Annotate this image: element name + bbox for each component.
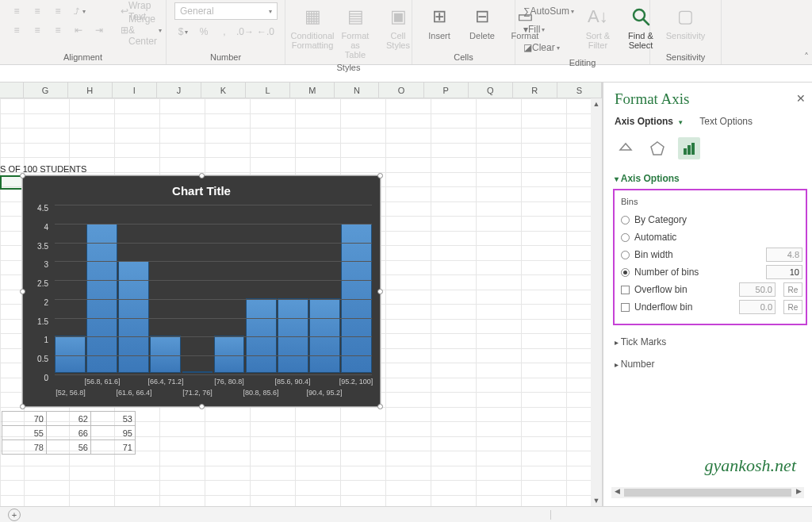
underflow-reset[interactable]: Re <box>783 300 802 314</box>
align-center[interactable]: ≡ <box>29 21 46 39</box>
col-header[interactable]: I <box>113 83 157 98</box>
collapse-ribbon-icon[interactable]: ˄ <box>804 52 809 63</box>
scroll-left-icon[interactable]: ◀ <box>611 487 622 498</box>
histogram-bar[interactable] <box>182 371 213 373</box>
chart-handle[interactable] <box>20 289 25 294</box>
col-header[interactable]: K <box>201 83 246 98</box>
number-of-bins-value[interactable]: 10 <box>766 265 802 279</box>
cell[interactable]: 53 <box>91 412 136 426</box>
scroll-thumb[interactable] <box>624 489 791 497</box>
col-header[interactable]: Q <box>469 83 513 98</box>
align-top[interactable]: ≡ <box>8 2 25 20</box>
orientation[interactable]: ⭜▾ <box>70 2 87 20</box>
close-icon[interactable]: ✕ <box>796 92 806 105</box>
histogram-bar[interactable] <box>246 298 277 373</box>
histogram-bar[interactable] <box>86 224 117 373</box>
col-header[interactable]: G <box>24 83 68 98</box>
autosum-button[interactable]: ∑ AutoSum ▾ <box>523 2 574 20</box>
radio-bin-width[interactable]: Bin width4.8 <box>621 246 802 263</box>
chart-handle[interactable] <box>20 404 25 409</box>
cell[interactable]: 55 <box>2 426 47 440</box>
chart-handle[interactable] <box>199 173 205 178</box>
embedded-chart[interactable]: Chart Title 00.511.522.533.544.5 [52, 56… <box>22 175 381 407</box>
cell[interactable]: 70 <box>2 412 47 426</box>
sort-filter-button[interactable]: A↓Sort & Filter <box>579 2 617 52</box>
col-header[interactable]: P <box>424 83 469 98</box>
overflow-value[interactable]: 50.0 <box>739 282 776 297</box>
tab-axis-options[interactable]: Axis Options ▼ <box>615 116 684 127</box>
clear-button[interactable]: ◪ Clear ▾ <box>523 39 574 56</box>
merge-center-button[interactable]: ⊞ Merge & Center ▾ <box>117 21 165 39</box>
align-mid[interactable]: ≡ <box>29 2 46 20</box>
cell-styles-button[interactable]: ▣Cell Styles <box>379 2 417 52</box>
worksheet[interactable]: G H I J K L M N O P Q R S S OF 100 STUDE… <box>0 83 603 506</box>
chart-handle[interactable] <box>377 173 383 178</box>
percent-button[interactable]: % <box>195 23 213 40</box>
cell[interactable]: 78 <box>2 440 47 455</box>
align-bot[interactable]: ≡ <box>49 2 67 20</box>
section-axis-options[interactable]: Axis Options <box>615 173 806 184</box>
cell[interactable]: 95 <box>91 426 136 440</box>
col-header[interactable]: S <box>557 83 602 98</box>
cell[interactable]: 56 <box>47 440 91 455</box>
col-header[interactable]: H <box>68 83 113 98</box>
comma-button[interactable]: , <box>216 23 233 40</box>
delete-button[interactable]: ⊟Delete <box>463 2 501 42</box>
histogram-bar[interactable] <box>150 336 181 373</box>
underflow-value[interactable]: 0.0 <box>739 300 776 314</box>
fill-line-icon[interactable] <box>615 137 637 159</box>
effects-icon[interactable] <box>646 137 668 159</box>
radio-automatic[interactable]: Automatic <box>621 228 802 246</box>
col-header[interactable]: O <box>379 83 423 98</box>
chart-title[interactable]: Chart Title <box>23 176 380 198</box>
col-header[interactable]: J <box>157 83 201 98</box>
chart-handle[interactable] <box>377 404 383 409</box>
indent-inc[interactable]: ⇥ <box>90 21 108 39</box>
histogram-bar[interactable] <box>214 336 245 373</box>
number-format-combo[interactable]: General▾ <box>174 2 278 20</box>
fill-button[interactable]: ▾ Fill ▾ <box>523 21 574 38</box>
col-header[interactable]: L <box>246 83 290 98</box>
cell[interactable]: 71 <box>91 440 136 455</box>
insert-button[interactable]: ⊞Insert <box>420 2 458 42</box>
chart-handle[interactable] <box>20 173 25 178</box>
axis-options-icon[interactable] <box>678 137 700 159</box>
histogram-bar[interactable] <box>55 336 86 373</box>
col-header[interactable] <box>0 83 24 98</box>
scroll-down-icon[interactable]: ▼ <box>591 495 602 506</box>
dec-dec-button[interactable]: ←.0 <box>257 23 274 40</box>
accounting-button[interactable]: $▾ <box>174 23 192 40</box>
radio-by-category[interactable]: By Category <box>621 211 802 228</box>
cell[interactable]: 62 <box>47 412 91 426</box>
overflow-reset[interactable]: Re <box>783 282 802 297</box>
chart-handle[interactable] <box>199 404 205 409</box>
check-underflow-bin[interactable]: Underflow bin0.0Re <box>621 298 802 316</box>
scroll-right-icon[interactable]: ▶ <box>793 487 804 498</box>
cell[interactable]: 66 <box>47 426 91 440</box>
tab-text-options[interactable]: Text Options <box>699 116 753 127</box>
plot-area[interactable] <box>55 205 372 373</box>
formula-bar[interactable] <box>0 65 812 83</box>
histogram-bar[interactable] <box>278 298 308 373</box>
scroll-up-icon[interactable]: ▲ <box>591 98 602 109</box>
section-number[interactable]: Number <box>615 359 806 370</box>
dec-inc-button[interactable]: .0→ <box>236 23 254 40</box>
align-right[interactable]: ≡ <box>49 21 67 39</box>
col-header[interactable]: N <box>335 83 379 98</box>
pane-horizontal-scrollbar[interactable]: ◀ ▶ <box>611 487 804 498</box>
format-as-table-button[interactable]: ▤Format as Table <box>336 2 374 61</box>
col-header[interactable]: R <box>513 83 557 98</box>
radio-number-of-bins[interactable]: Number of bins10 <box>621 263 802 281</box>
histogram-bar[interactable] <box>309 298 340 373</box>
indent-dec[interactable]: ⇤ <box>70 21 87 39</box>
bin-width-value[interactable]: 4.8 <box>766 248 802 262</box>
section-tick-marks[interactable]: Tick Marks <box>615 336 806 347</box>
col-header[interactable]: M <box>290 83 335 98</box>
sensitivity-button[interactable]: ▢Sensitivity <box>663 2 709 42</box>
conditional-formatting-button[interactable]: ▦Conditional Formatting <box>293 2 331 52</box>
align-left[interactable]: ≡ <box>8 21 25 39</box>
new-sheet-button[interactable]: + <box>8 509 21 521</box>
vertical-scrollbar[interactable]: ▲ ▼ <box>591 98 602 506</box>
check-overflow-bin[interactable]: Overflow bin50.0Re <box>621 281 802 298</box>
histogram-bar[interactable] <box>341 224 372 373</box>
